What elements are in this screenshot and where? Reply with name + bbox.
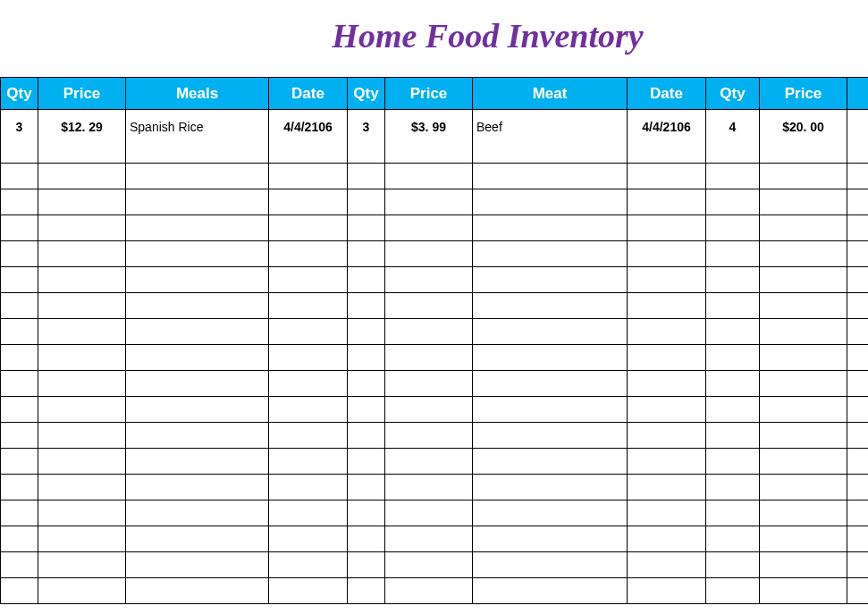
cell-empty[interactable]: [1, 526, 38, 552]
cell-empty[interactable]: [38, 267, 126, 293]
cell-empty[interactable]: [126, 397, 269, 423]
cell-empty[interactable]: [348, 397, 385, 423]
cell-empty[interactable]: [847, 215, 869, 241]
cell-empty[interactable]: [348, 164, 385, 189]
cell-empty[interactable]: [385, 449, 473, 475]
cell-empty[interactable]: [348, 293, 385, 319]
cell-empty[interactable]: [126, 164, 269, 189]
cell-empty[interactable]: [473, 449, 628, 475]
cell-empty[interactable]: [706, 267, 760, 293]
cell-empty[interactable]: [38, 215, 126, 241]
cell-empty[interactable]: [385, 215, 473, 241]
cell-empty[interactable]: [269, 267, 348, 293]
cell-empty[interactable]: [847, 241, 869, 267]
cell-empty[interactable]: [847, 319, 869, 345]
cell-empty[interactable]: [847, 500, 869, 526]
cell-empty[interactable]: [473, 423, 628, 449]
cell-empty[interactable]: [38, 293, 126, 319]
cell-empty[interactable]: [706, 423, 760, 449]
cell-empty[interactable]: [269, 189, 348, 215]
cell-empty[interactable]: [385, 397, 473, 423]
cell-empty[interactable]: [38, 500, 126, 526]
cell-empty[interactable]: [38, 319, 126, 345]
cell-empty[interactable]: [1, 319, 38, 345]
cell-empty[interactable]: [38, 526, 126, 552]
cell-empty[interactable]: [628, 423, 706, 449]
cell-empty[interactable]: [628, 293, 706, 319]
cell-empty[interactable]: [385, 475, 473, 500]
cell-empty[interactable]: [269, 552, 348, 578]
cell-empty[interactable]: [760, 345, 847, 371]
cell-empty[interactable]: [1, 449, 38, 475]
cell-empty[interactable]: [473, 475, 628, 500]
cell-empty[interactable]: [385, 526, 473, 552]
cell-empty[interactable]: [1, 500, 38, 526]
cell-empty[interactable]: [760, 526, 847, 552]
cell-empty[interactable]: [348, 552, 385, 578]
cell-price-2[interactable]: $3. 99: [385, 110, 473, 144]
cell-empty[interactable]: [760, 500, 847, 526]
cell-empty[interactable]: [628, 475, 706, 500]
cell-empty[interactable]: [1, 164, 38, 189]
cell-empty[interactable]: [1, 578, 38, 604]
cell-empty[interactable]: [126, 500, 269, 526]
cell-empty[interactable]: [847, 371, 869, 397]
cell-empty[interactable]: [706, 397, 760, 423]
cell-empty[interactable]: [38, 578, 126, 604]
cell-empty[interactable]: [706, 319, 760, 345]
cell-empty[interactable]: [38, 345, 126, 371]
cell-empty[interactable]: [706, 526, 760, 552]
cell-empty[interactable]: [385, 319, 473, 345]
cell-empty[interactable]: [628, 345, 706, 371]
cell-empty[interactable]: [628, 578, 706, 604]
cell-empty[interactable]: [269, 241, 348, 267]
cell-empty[interactable]: [473, 319, 628, 345]
cell-empty[interactable]: [38, 475, 126, 500]
cell-empty[interactable]: [38, 552, 126, 578]
cell-empty[interactable]: [473, 578, 628, 604]
cell-empty[interactable]: [473, 397, 628, 423]
cell-empty[interactable]: [706, 215, 760, 241]
cell-empty[interactable]: [348, 215, 385, 241]
cell-empty[interactable]: [473, 241, 628, 267]
cell-empty[interactable]: [126, 345, 269, 371]
cell-empty[interactable]: [38, 189, 126, 215]
cell-empty[interactable]: [1, 552, 38, 578]
cell-empty[interactable]: [1, 189, 38, 215]
cell-empty[interactable]: [269, 164, 348, 189]
cell-empty[interactable]: [385, 552, 473, 578]
cell-empty[interactable]: [348, 449, 385, 475]
cell-empty[interactable]: [348, 423, 385, 449]
cell-empty[interactable]: [760, 241, 847, 267]
cell-qty-3[interactable]: 4: [706, 110, 760, 144]
cell-empty[interactable]: [1, 345, 38, 371]
cell-empty[interactable]: [760, 449, 847, 475]
cell-empty[interactable]: [348, 475, 385, 500]
cell-empty[interactable]: [385, 267, 473, 293]
cell-empty[interactable]: [473, 371, 628, 397]
cell-empty[interactable]: [847, 164, 869, 189]
cell-empty[interactable]: [269, 371, 348, 397]
cell-empty[interactable]: [628, 397, 706, 423]
cell-empty[interactable]: [760, 164, 847, 189]
cell-empty[interactable]: [628, 500, 706, 526]
cell-empty[interactable]: [269, 215, 348, 241]
cell-empty[interactable]: [385, 423, 473, 449]
cell-empty[interactable]: [126, 423, 269, 449]
cell-empty[interactable]: [38, 397, 126, 423]
cell-empty[interactable]: [760, 578, 847, 604]
cell-empty[interactable]: [760, 215, 847, 241]
cell-empty[interactable]: [847, 526, 869, 552]
cell-empty[interactable]: [126, 241, 269, 267]
cell-empty[interactable]: [269, 500, 348, 526]
cell-empty[interactable]: [385, 189, 473, 215]
cell-empty[interactable]: [126, 449, 269, 475]
cell-empty[interactable]: [847, 189, 869, 215]
cell-empty[interactable]: [473, 189, 628, 215]
cell-empty[interactable]: [348, 267, 385, 293]
cell-empty[interactable]: [706, 164, 760, 189]
cell-empty[interactable]: [385, 345, 473, 371]
cell-empty[interactable]: [628, 189, 706, 215]
cell-empty[interactable]: [706, 475, 760, 500]
cell-empty[interactable]: [706, 449, 760, 475]
